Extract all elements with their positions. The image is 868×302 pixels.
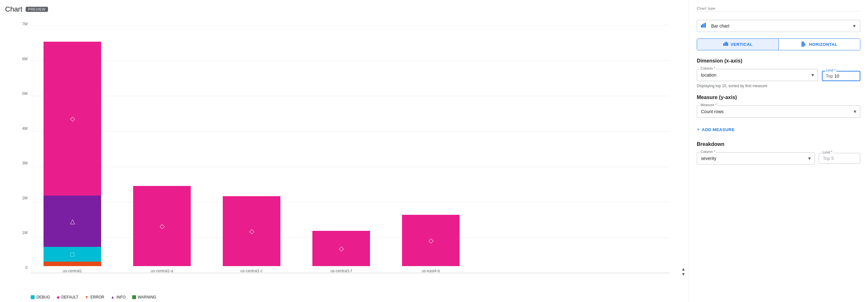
chart-header: Chart PREVIEW [5,5,689,13]
bar-stack: ◇ [402,215,460,266]
svg-rect-9 [801,43,805,44]
breakdown-col-select-wrapper: severity location ▼ [697,152,815,164]
vertical-label: VERTICAL [731,42,753,47]
diamond-icon: ◇ [339,245,344,252]
x-label-us-central1-c: us-central1-c [240,269,262,273]
chart-plot: 0 1M 2M 3M 4M 5M 6M 7M [5,19,689,292]
bar-group-us-east4-b: ◇ us-east4-b [396,215,466,273]
svg-rect-6 [726,42,727,46]
limit-label: Limit * [825,68,836,72]
vertical-button[interactable]: VERTICAL [697,39,778,50]
chart-area: Chart PREVIEW 0 1M 2M 3M 4M 5M 6M 7M [0,0,689,302]
y-label-4m: 4M [8,126,28,131]
breakdown-column-label: Column * [700,150,716,154]
svg-rect-3 [705,23,706,28]
breakdown-limit-value: 5 [832,156,834,161]
svg-rect-1 [702,24,703,28]
y-label-0: 0 [8,266,28,270]
y-axis: 0 1M 2M 3M 4M 5M 6M 7M [8,19,28,273]
bar-group-us-central1-c: ◇ us-central1-c [216,196,287,273]
column-label: Column * [700,66,716,70]
legend-item-warning: WARNING [132,295,156,299]
chart-type-section: Chart type Bar chart Line chart Pie char… [697,6,860,32]
legend-label-debug: DEBUG [36,295,50,299]
bar-segment-default-f: ◇ [312,231,370,266]
scroll-arrows[interactable]: ▲ ▼ [681,267,686,276]
breakdown-column-field: Column * severity location ▼ [697,152,815,164]
chart-type-select-wrapper: Bar chart Line chart Pie chart ▼ [697,20,860,32]
x-label-us-central1-a: us-central1-a [151,269,173,273]
chart-title: Chart [5,5,22,13]
legend: DEBUG ◆ DEFAULT ▼ ERROR ▲ INFO WARNING [5,292,689,302]
legend-color-debug [31,295,35,299]
bar-segment-default-a: ◇ [133,186,191,266]
measure-section: Measure (y-axis) Measure * Count rows Su… [697,94,860,134]
square-icon: □ [70,251,74,258]
breakdown-limit-label: Limit * [822,150,833,154]
svg-rect-5 [724,42,725,46]
y-label-2m: 2M [8,196,28,200]
add-measure-button[interactable]: + ADD MEASURE [697,125,735,134]
svg-rect-2 [704,23,705,28]
measure-select-wrapper: Count rows Sum Average ▼ [697,106,860,118]
bar-chart-icon [701,23,706,29]
horizontal-label: HORIZONTAL [809,42,837,47]
legend-icon-default: ◆ [57,295,60,299]
dimension-section: Dimension (x-axis) Column * location sev… [697,58,860,88]
scroll-down-icon[interactable]: ▼ [681,272,686,276]
y-label-5m: 5M [8,91,28,96]
bar-segment-default: ◇ [43,42,101,196]
horizontal-bar-icon [801,42,806,48]
legend-label-default: DEFAULT [61,295,79,299]
scroll-up-icon[interactable]: ▲ [681,267,686,271]
breakdown-limit-prefix: Top [823,156,830,161]
breakdown-section: Breakdown Column * severity location ▼ L… [697,141,860,164]
limit-field: Limit * Top [822,71,860,81]
svg-rect-4 [723,43,724,46]
bars-container: □ △ ◇ us-central1 [31,25,670,273]
limit-number-input[interactable] [834,74,844,79]
plus-icon: + [697,127,700,132]
horizontal-button[interactable]: HORIZONTAL [779,39,860,50]
svg-rect-10 [801,44,806,45]
diamond-icon: ◇ [160,222,164,230]
legend-item-debug: DEBUG [31,295,50,299]
bar-stack: □ △ ◇ [43,42,101,266]
chevron-down-icon: ▼ [852,23,857,29]
breakdown-form-row: Column * severity location ▼ Limit * Top… [697,152,860,164]
bar-segment-default-east4: ◇ [402,215,460,266]
bar-segment-debug: □ [43,247,101,262]
measure-field: Measure * Count rows Sum Average ▼ [697,106,860,121]
bar-segment-info: △ [43,196,101,247]
chart-type-label: Chart type [697,6,860,10]
x-label-us-east4-b: us-east4-b [422,269,440,273]
chart-type-select[interactable]: Bar chart Line chart Pie chart [697,20,860,32]
dimension-hint: Displaying top 10, sorted by first measu… [697,84,860,88]
column-select-wrapper: location severity ▼ [697,69,818,81]
bar-segment-error [43,262,101,266]
legend-label-error: ERROR [91,295,104,299]
y-label-1m: 1M [8,230,28,235]
dimension-form-row: Column * location severity ▼ Limit * Top [697,69,860,81]
dimension-title: Dimension (x-axis) [697,58,860,64]
breakdown-limit-field: Limit * Top 5 [819,153,860,164]
column-field: Column * location severity ▼ [697,69,818,81]
legend-label-info: INFO [117,295,126,299]
measure-select[interactable]: Count rows Sum Average [697,106,860,118]
limit-input-container: Top [822,71,860,81]
x-label-us-central1-f: us-central1-f [331,269,352,273]
diamond-icon: ◇ [70,115,75,122]
bar-group-us-central1: □ △ ◇ us-central1 [37,42,107,273]
breakdown-column-select[interactable]: severity location [697,152,815,164]
column-select[interactable]: location severity [697,69,818,81]
y-label-3m: 3M [8,161,28,165]
svg-rect-7 [727,43,728,46]
legend-icon-info: ▲ [111,295,115,299]
bar-group-us-central1-f: ◇ us-central1-f [306,231,376,273]
limit-prefix: Top [826,74,833,79]
breakdown-limit-container: Top 5 [819,153,860,164]
legend-color-warning [132,295,136,299]
measure-title: Measure (y-axis) [697,94,860,100]
right-panel: Chart type Bar chart Line chart Pie char… [689,0,868,302]
add-measure-label: ADD MEASURE [702,127,735,132]
